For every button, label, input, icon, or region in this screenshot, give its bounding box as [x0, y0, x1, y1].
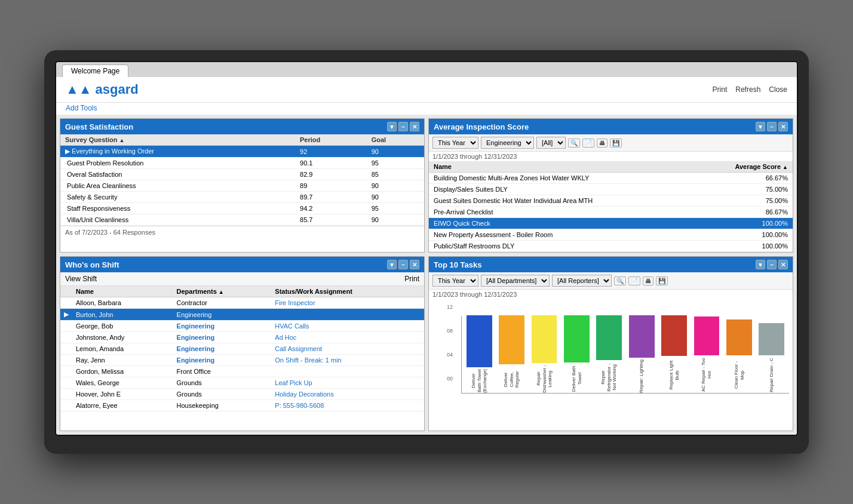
wos-arrow-cell [60, 389, 72, 400]
wos-col-arrow [60, 286, 72, 297]
ai-search-btn[interactable]: 🔍 [568, 139, 580, 147]
y-label-04: 04 [447, 352, 453, 358]
gs-table-row[interactable]: Staff Responsiveness 94.2 95 [60, 203, 424, 214]
ai-table-row[interactable]: Building Domestic Multi-Area Zones Hot W… [429, 173, 793, 184]
print-button[interactable]: Print [713, 85, 728, 94]
gs-table-row[interactable]: ▶ Everything in Working Order 92 90 [60, 146, 424, 158]
tt-panel-controls: ▼ – ✕ [756, 260, 788, 269]
ai-filter-select[interactable]: [All] [536, 137, 566, 149]
tt-dept-select[interactable]: [All Departments] [481, 275, 550, 287]
ai-close-btn[interactable]: ✕ [778, 122, 788, 131]
chart-bar[interactable] [499, 315, 524, 364]
tt-search-btn[interactable]: 🔍 [614, 276, 626, 285]
chart-bar[interactable] [661, 315, 687, 356]
ai-score-cell: 86.67% [694, 207, 793, 218]
chart-bar-group: Clean Floor - Mop [724, 315, 754, 393]
gs-table-row[interactable]: Villa/Unit Cleanliness 85.7 90 [60, 214, 424, 226]
wos-min-btn[interactable]: – [398, 260, 408, 269]
gs-table-row[interactable]: Guest Problem Resolution 90.1 95 [60, 158, 424, 169]
tt-save-btn[interactable]: 💾 [656, 276, 668, 285]
ai-table-row[interactable]: Display/Sales Suites DLY 75.00% [429, 184, 793, 195]
add-tools-button[interactable]: Add Tools [66, 104, 97, 112]
gs-goal-cell: 90 [367, 146, 424, 158]
ai-print-btn[interactable]: 🖶 [597, 139, 607, 147]
wos-table-row[interactable]: George, Bob Engineering HVAC Calls [60, 321, 424, 332]
ai-min-btn[interactable]: – [767, 122, 777, 131]
ai-save-btn[interactable]: 💾 [610, 139, 622, 147]
gs-arrow-cell: ▶ Everything in Working Order [60, 146, 295, 158]
wos-dept-cell: Engineering [173, 321, 272, 332]
ai-score-cell: 75.00% [694, 195, 793, 207]
ai-table-row[interactable]: Guest Suites Domestic Hot Water Individu… [429, 195, 793, 207]
wos-table-row[interactable]: Ray, Jenn Engineering On Shift - Break: … [60, 355, 424, 366]
wos-arrow-cell [60, 355, 72, 366]
ai-table-row[interactable]: Public/Staff Restrooms DLY 100.00% [429, 241, 793, 252]
ai-table-row[interactable]: Pre-Arrival Checklist 86.67% [429, 207, 793, 218]
gs-min-btn[interactable]: – [398, 122, 408, 131]
top-bar: ▲▲ asgard Print Refresh Close [56, 77, 797, 103]
wos-table-row[interactable]: Hoover, John E Grounds Holiday Decoratio… [60, 389, 424, 400]
refresh-button[interactable]: Refresh [735, 85, 760, 94]
ai-name-cell: EIWO Quick Check [429, 218, 694, 229]
tt-export-btn[interactable]: 📄 [628, 276, 640, 285]
wos-table-row[interactable]: ▶ Burton, John Engineering [60, 309, 424, 321]
chart-bar[interactable] [694, 316, 720, 355]
gs-arrow-cell: Public Area Cleanliness [60, 180, 295, 192]
ai-table: Name Average Score ▲ Building Domestic M… [429, 161, 793, 252]
wos-menu-btn[interactable]: ▼ [387, 260, 397, 269]
wos-name-cell: Hoover, John E [72, 389, 173, 400]
wos-table-row[interactable]: Lemon, Amanda Engineering Call Assignmen… [60, 343, 424, 355]
wos-dept-cell: Engineering [173, 343, 272, 355]
tt-close-btn[interactable]: ✕ [778, 260, 788, 269]
chart-bar[interactable] [467, 315, 492, 367]
wos-table-row[interactable]: Gordon, Melissa Front Office [60, 366, 424, 377]
tt-reporter-select[interactable]: [All Reporters] [552, 275, 612, 287]
tt-period-select[interactable]: This Year [432, 275, 478, 287]
gs-col-goal: Goal [367, 134, 424, 146]
ai-panel-controls: ▼ – ✕ [756, 122, 788, 131]
gs-period-cell: 85.7 [295, 214, 367, 226]
gs-period-cell: 90.1 [295, 158, 367, 169]
ai-name-cell: Building Domestic Multi-Area Zones Hot W… [429, 173, 694, 184]
chart-bar-group: AC Repair - Too Hot [692, 315, 722, 393]
chart-bar[interactable] [596, 315, 622, 360]
wos-status-cell: Holiday Decorations [271, 389, 424, 400]
wos-print-button[interactable]: Print [404, 275, 419, 283]
wos-table-row[interactable]: Johnstone, Andy Engineering Ad Hoc [60, 332, 424, 343]
tt-min-btn[interactable]: – [767, 260, 777, 269]
chart-bar-group: Replace Light Bulb [659, 315, 689, 393]
ai-export-btn[interactable]: 📄 [582, 139, 594, 147]
chart-bar[interactable] [532, 315, 557, 363]
tab-welcome[interactable]: Welcome Page [62, 64, 128, 77]
wos-close-btn[interactable]: ✕ [410, 260, 419, 269]
gs-table-row[interactable]: Public Area Cleanliness 89 90 [60, 180, 424, 192]
wos-table-row[interactable]: Wales, George Grounds Leaf Pick Up [60, 377, 424, 389]
wos-table-row[interactable]: Alatorre, Eyee Housekeeping P: 555-980-5… [60, 400, 424, 411]
ai-period-select[interactable]: This Year Last Year Year [432, 137, 478, 149]
wos-col-name: Name [72, 286, 173, 297]
ai-table-row[interactable]: EIWO Quick Check 100.00% [429, 218, 793, 229]
ai-menu-btn[interactable]: ▼ [756, 122, 765, 131]
ai-score-cell: 100.00% [694, 229, 793, 241]
tt-print-btn[interactable]: 🖶 [643, 276, 653, 285]
wos-table-row[interactable]: Alloon, Barbara Contractor Fire Inspecto… [60, 297, 424, 309]
view-shift-button[interactable]: View Shift [65, 275, 97, 283]
chart-bar[interactable] [629, 315, 655, 358]
gs-close-btn[interactable]: ✕ [410, 122, 419, 131]
ai-name-cell: Pre-Arrival Checklist [429, 207, 694, 218]
gs-table-row[interactable]: Safety & Security 89.7 90 [60, 192, 424, 203]
gs-menu-btn[interactable]: ▼ [387, 122, 397, 131]
chart-bar[interactable] [726, 319, 752, 355]
gs-goal-cell: 95 [367, 203, 424, 214]
y-label-00: 00 [447, 376, 453, 382]
ai-table-row[interactable]: New Property Assessment - Boiler Room 10… [429, 229, 793, 241]
gs-table-row[interactable]: Overal Satisfaction 82.9 85 [60, 169, 424, 180]
gs-goal-cell: 90 [367, 192, 424, 203]
y-label-08: 08 [447, 328, 453, 334]
chart-bar[interactable] [759, 323, 784, 355]
guest-satisfaction-title: Guest Satisfaction [65, 122, 133, 131]
ai-dept-select[interactable]: Engineering [481, 137, 534, 149]
close-button[interactable]: Close [769, 85, 787, 94]
tt-menu-btn[interactable]: ▼ [756, 260, 765, 269]
chart-bar[interactable] [564, 315, 590, 362]
